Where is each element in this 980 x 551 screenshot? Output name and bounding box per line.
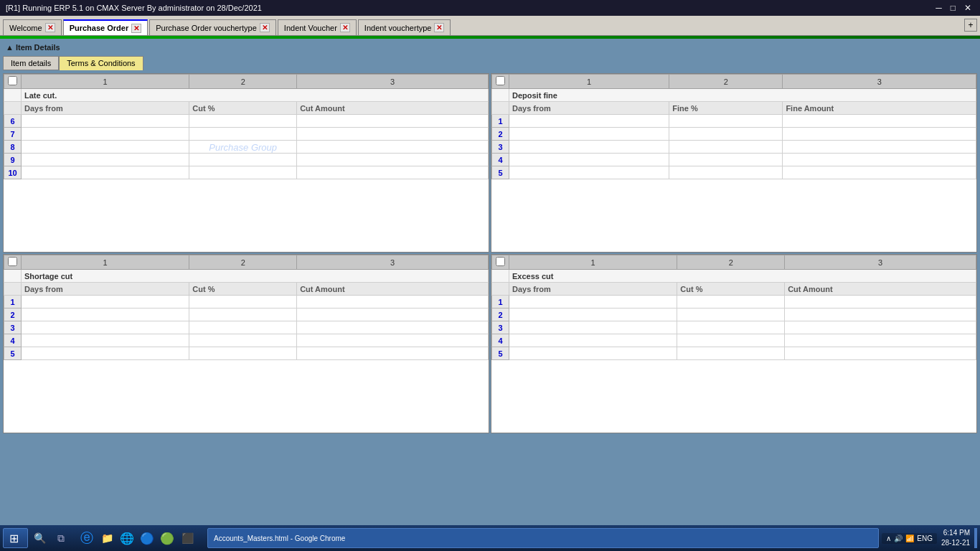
network-icon[interactable]: 📶 xyxy=(905,534,914,542)
excess-r2-amount[interactable] xyxy=(785,309,976,321)
tab-indent-vouchertype[interactable]: Indent vouchertype ✕ xyxy=(358,19,451,35)
deposit-select-all[interactable] xyxy=(496,76,505,85)
excess-r4-amount[interactable] xyxy=(785,334,976,347)
late-cut-r8-amount[interactable] xyxy=(297,141,489,154)
late-cut-select-all[interactable] xyxy=(8,76,17,85)
maximize-button[interactable]: □ xyxy=(948,3,958,13)
excess-r1-days[interactable] xyxy=(509,296,677,309)
late-cut-r6-amount[interactable] xyxy=(297,115,489,128)
shortage-r1-pct[interactable] xyxy=(189,296,297,309)
shortage-r3-pct[interactable] xyxy=(189,321,297,334)
late-cut-r7-days[interactable] xyxy=(22,128,189,141)
shortage-r1-days[interactable] xyxy=(22,296,189,309)
late-cut-r7-amount[interactable] xyxy=(297,128,489,141)
deposit-r1-pct[interactable] xyxy=(669,115,783,128)
add-tab-button[interactable]: + xyxy=(964,19,977,32)
deposit-r5-days[interactable] xyxy=(509,166,669,179)
late-cut-r10-amount[interactable] xyxy=(297,166,489,179)
excess-r3-days[interactable] xyxy=(509,321,677,334)
deposit-r5-amount[interactable] xyxy=(783,166,976,179)
excess-r5-pct[interactable] xyxy=(677,347,785,360)
deposit-r4-pct[interactable] xyxy=(669,154,783,166)
excess-cut-scroll[interactable]: 1 2 3 Excess cut xyxy=(491,255,976,433)
late-cut-r7-pct[interactable] xyxy=(189,128,297,141)
deposit-r5-pct[interactable] xyxy=(669,166,783,179)
deposit-r2-days[interactable] xyxy=(509,128,669,141)
shortage-r5-amount[interactable] xyxy=(297,347,489,360)
shortage-r3-amount[interactable] xyxy=(297,321,489,334)
edge-taskbar-icon[interactable]: 🌐 xyxy=(118,529,136,547)
chevron-up-icon[interactable]: ∧ xyxy=(886,534,891,542)
file-explorer-icon[interactable]: 📁 xyxy=(98,529,116,547)
excess-r3-amount[interactable] xyxy=(785,321,976,334)
late-cut-r10-pct[interactable] xyxy=(189,166,297,179)
taskbar-window-item[interactable]: Accounts_Masters.html - Google Chrome xyxy=(207,528,879,548)
excess-r1-pct[interactable] xyxy=(677,296,785,309)
chrome-taskbar-icon[interactable]: 🔵 xyxy=(138,529,156,547)
task-view-icon[interactable]: ⧉ xyxy=(52,529,70,547)
late-cut-r9-pct[interactable] xyxy=(189,154,297,166)
shortage-r2-amount[interactable] xyxy=(297,309,489,321)
late-cut-r8-days[interactable] xyxy=(22,141,189,154)
deposit-r1-amount[interactable] xyxy=(783,115,976,128)
tab-purchase-order[interactable]: Purchase Order ✕ xyxy=(63,19,149,35)
speaker-icon[interactable]: 🔊 xyxy=(894,534,903,542)
late-cut-r8-pct[interactable]: Purchase Group xyxy=(189,141,297,154)
tab-indent-voucher[interactable]: Indent Voucher ✕ xyxy=(278,19,357,35)
deposit-r4-amount[interactable] xyxy=(783,154,976,166)
shortage-select-all[interactable] xyxy=(8,257,17,266)
deposit-r1-days[interactable] xyxy=(509,115,669,128)
tab-welcome[interactable]: Welcome ✕ xyxy=(3,19,62,35)
excess-r5-days[interactable] xyxy=(509,347,677,360)
shortage-r4-pct[interactable] xyxy=(189,334,297,347)
late-cut-r6-pct[interactable] xyxy=(189,115,297,128)
excess-r4-days[interactable] xyxy=(509,334,677,347)
late-cut-r6-days[interactable] xyxy=(22,115,189,128)
shortage-r3-days[interactable] xyxy=(22,321,189,334)
search-taskbar-icon[interactable]: 🔍 xyxy=(31,529,48,547)
excess-r4-pct[interactable] xyxy=(677,334,785,347)
tab-purchase-order-close[interactable]: ✕ xyxy=(131,24,141,33)
ie-taskbar-icon[interactable]: ⓔ xyxy=(78,529,95,547)
sub-tab-item-details[interactable]: Item details xyxy=(3,56,59,70)
minimize-button[interactable]: ─ xyxy=(933,3,945,13)
deposit-r3-pct[interactable] xyxy=(669,141,783,154)
shortage-r5-days[interactable] xyxy=(22,347,189,360)
shortage-r4-amount[interactable] xyxy=(297,334,489,347)
excess-r2-days[interactable] xyxy=(509,309,677,321)
late-cut-scroll[interactable]: 1 2 3 Late cut. xyxy=(4,74,489,252)
tab-purchase-order-vouchertype[interactable]: Purchase Order vouchertype ✕ xyxy=(149,19,276,35)
deposit-fine-scroll[interactable]: 1 2 3 Deposit fine xyxy=(491,74,976,252)
close-button[interactable]: ✕ xyxy=(961,3,974,13)
deposit-r3-days[interactable] xyxy=(509,141,669,154)
app-icon-green[interactable]: 🟢 xyxy=(159,529,176,547)
excess-r5-amount[interactable] xyxy=(785,347,976,360)
late-cut-r9-amount[interactable] xyxy=(297,154,489,166)
clock-display[interactable]: 6:14 PM 28-12-21 xyxy=(941,528,970,548)
excess-r1-amount[interactable] xyxy=(785,296,976,309)
shortage-cut-scroll[interactable]: 1 2 3 Shortage cut xyxy=(4,255,489,433)
tab-indent-vouchertype-close[interactable]: ✕ xyxy=(434,23,444,32)
late-cut-r9-days[interactable] xyxy=(22,154,189,166)
shortage-r5-pct[interactable] xyxy=(189,347,297,360)
deposit-r2-amount[interactable] xyxy=(783,128,976,141)
deposit-r4-days[interactable] xyxy=(509,154,669,166)
shortage-r4-days[interactable] xyxy=(22,334,189,347)
deposit-col2: 2 xyxy=(669,75,783,89)
excess-r3-pct[interactable] xyxy=(677,321,785,334)
shortage-r1-amount[interactable] xyxy=(297,296,489,309)
shortage-r2-days[interactable] xyxy=(22,309,189,321)
late-cut-r10-days[interactable] xyxy=(22,166,189,179)
deposit-r2-pct[interactable] xyxy=(669,128,783,141)
start-button[interactable]: ⊞ xyxy=(3,528,28,548)
sub-tab-terms-conditions[interactable]: Terms & Conditions xyxy=(59,56,143,70)
shortage-r2-pct[interactable] xyxy=(189,309,297,321)
show-desktop-button[interactable] xyxy=(974,528,977,548)
deposit-r3-amount[interactable] xyxy=(783,141,976,154)
tab-welcome-close[interactable]: ✕ xyxy=(45,23,55,32)
excess-select-all[interactable] xyxy=(496,257,505,266)
tab-indent-voucher-close[interactable]: ✕ xyxy=(340,23,350,32)
excess-r2-pct[interactable] xyxy=(677,309,785,321)
tab-po-vouchertype-close[interactable]: ✕ xyxy=(260,23,270,32)
app-icon-red[interactable]: ⬛ xyxy=(179,529,196,547)
